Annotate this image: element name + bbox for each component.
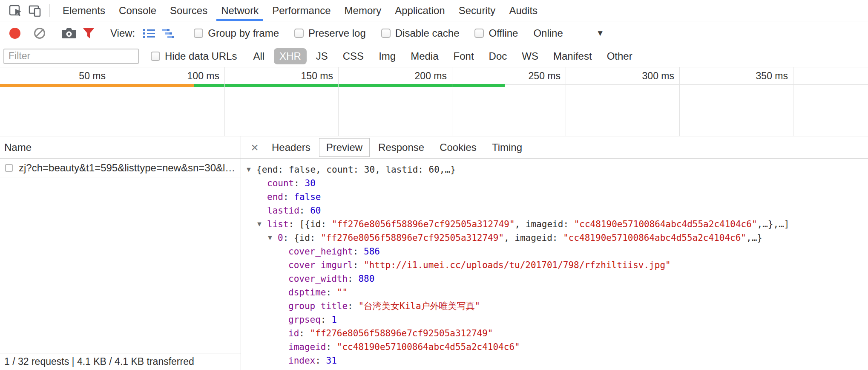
checkbox-label: Hide data URLs: [165, 50, 237, 62]
json-key: index: [288, 356, 315, 366]
requests-empty-area: [0, 177, 241, 353]
tab-performance[interactable]: Performance: [265, 0, 337, 21]
filter-type-other[interactable]: Other: [601, 48, 638, 64]
json-text: :: [353, 246, 364, 257]
json-string: "ff276e8056f58896e7cf92505a312749": [332, 219, 515, 229]
json-key: list: [267, 219, 289, 229]
preview-row: grpseq: 1: [241, 313, 868, 327]
detail-tab-response[interactable]: Response: [371, 139, 431, 156]
overview-bar-loaded: [194, 84, 505, 87]
preview-row[interactable]: ▼0: {id: "ff276e8056f58896e7cf92505a3127…: [241, 231, 868, 245]
timeline-overview[interactable]: 50 ms100 ms150 ms200 ms250 ms300 ms350 m…: [0, 67, 868, 136]
list-view-icon: [143, 27, 155, 39]
checkbox-box[interactable]: [294, 29, 304, 38]
device-toolbar-button[interactable]: [26, 2, 45, 20]
timeline-tick-label: 250 ms: [475, 70, 560, 82]
filter-toggle-button[interactable]: [79, 24, 98, 42]
clear-requests-icon[interactable]: [34, 28, 45, 39]
timeline-tick-label: 350 ms: [703, 70, 788, 82]
timeline-tick-label: 100 ms: [134, 70, 219, 82]
json-text: :: [326, 287, 337, 298]
filter-type-font[interactable]: Font: [448, 48, 480, 64]
json-text: : {id:: [283, 233, 321, 243]
json-number: 1: [331, 315, 337, 325]
filter-type-doc[interactable]: Doc: [483, 48, 513, 64]
preview-row: count: 30: [241, 176, 868, 190]
checkbox-offline[interactable]: Offline: [474, 27, 518, 39]
json-string: "ff276e8056f58896e7cf92505a312749": [321, 233, 504, 243]
checkbox-disable-cache[interactable]: Disable cache: [381, 27, 460, 39]
overview-bar-waiting: [0, 84, 194, 87]
json-key: cover_width: [288, 274, 348, 284]
preview-row[interactable]: ▼{end: false, count: 30, lastid: 60,…}: [241, 163, 868, 176]
show-overview-button[interactable]: [159, 24, 178, 42]
toolbar-separator: [49, 4, 50, 17]
tab-sources[interactable]: Sources: [163, 0, 214, 21]
filter-type-manifest[interactable]: Manifest: [548, 48, 598, 64]
detail-tabbar: × HeadersPreviewResponseCookiesTiming: [241, 136, 868, 159]
checkbox-preserve-log[interactable]: Preserve log: [294, 27, 366, 39]
detail-tab-cookies[interactable]: Cookies: [433, 139, 483, 156]
json-key: end: [267, 192, 283, 202]
large-request-rows-button[interactable]: [139, 24, 159, 42]
detail-tabs-wrap: HeadersPreviewResponseCookiesTiming: [263, 138, 529, 157]
record-button[interactable]: [9, 28, 20, 39]
tab-memory[interactable]: Memory: [338, 0, 388, 21]
filter-type-img[interactable]: Img: [373, 48, 401, 64]
filter-type-all[interactable]: All: [247, 48, 270, 64]
capture-screenshots-button[interactable]: [59, 24, 79, 42]
timeline-gridline: [566, 67, 566, 136]
json-number: 60: [310, 205, 321, 216]
detail-tab-preview[interactable]: Preview: [319, 138, 370, 157]
timeline-gridline: [338, 67, 339, 136]
filter-type-ws[interactable]: WS: [516, 48, 544, 64]
filter-type-css[interactable]: CSS: [337, 48, 369, 64]
tab-network[interactable]: Network: [214, 0, 265, 21]
timeline-gridline: [111, 67, 111, 136]
detail-tab-timing[interactable]: Timing: [485, 139, 529, 156]
tab-security[interactable]: Security: [452, 0, 503, 21]
waterfall-icon: [162, 27, 175, 39]
tab-elements[interactable]: Elements: [56, 0, 112, 21]
throttling-select[interactable]: Online: [533, 27, 563, 39]
request-row[interactable]: zj?ch=beauty&t1=595&listtype=new&sn=30&l…: [0, 159, 241, 177]
tree-expand-arrow-icon[interactable]: ▼: [245, 166, 256, 173]
tab-console[interactable]: Console: [112, 0, 163, 21]
inspect-element-button[interactable]: [6, 2, 26, 20]
checkbox-label: Preserve log: [308, 27, 366, 39]
checkbox-box[interactable]: [151, 52, 160, 61]
checkbox-hide-data-urls[interactable]: Hide data URLs: [151, 50, 237, 62]
close-icon[interactable]: ×: [246, 140, 263, 155]
json-string: "cc48190e57100864abc4d55a2c4104c6": [574, 219, 757, 229]
timeline-tick-label: 50 ms: [20, 70, 106, 82]
filter-type-media[interactable]: Media: [405, 48, 444, 64]
json-text: :: [299, 205, 310, 216]
detail-tab-headers[interactable]: Headers: [265, 139, 317, 156]
throttling-dropdown-arrow-icon[interactable]: ▼: [596, 29, 604, 38]
checkbox-box[interactable]: [194, 29, 203, 38]
checkbox-box[interactable]: [381, 29, 391, 38]
json-text: {end: false, count: 30, lastid: 60,…}: [256, 165, 456, 175]
request-name: zj?ch=beauty&t1=595&listtype=new&sn=30&l…: [19, 162, 235, 174]
main-tabbar-tabs: ElementsConsoleSourcesNetworkPerformance…: [56, 0, 544, 21]
network-toolbar: View: Group by framePreserve logDisable …: [0, 21, 868, 45]
tab-application[interactable]: Application: [388, 0, 451, 21]
checkbox-group-by-frame[interactable]: Group by frame: [194, 27, 279, 39]
tree-expand-arrow-icon[interactable]: ▼: [256, 220, 267, 228]
checkbox-box[interactable]: [474, 29, 484, 38]
json-text: :: [348, 301, 358, 311]
preview-row[interactable]: ▼list: [{id: "ff276e8056f58896e7cf92505a…: [241, 217, 868, 231]
json-text: :: [283, 192, 294, 202]
name-column-header[interactable]: Name: [0, 136, 241, 159]
tree-expand-arrow-icon[interactable]: ▼: [267, 234, 278, 242]
timeline-gridline: [679, 67, 680, 136]
tab-audits[interactable]: Audits: [502, 0, 544, 21]
json-key: lastid: [267, 205, 299, 216]
preview-pane[interactable]: ▼{end: false, count: 30, lastid: 60,…}co…: [241, 159, 868, 370]
filter-input[interactable]: [3, 49, 139, 64]
preview-row: cover_height: 586: [241, 245, 868, 258]
filter-type-xhr[interactable]: XHR: [274, 48, 307, 64]
funnel-filter-icon: [82, 27, 95, 39]
timeline-gridline: [452, 67, 452, 136]
filter-type-js[interactable]: JS: [310, 48, 333, 64]
